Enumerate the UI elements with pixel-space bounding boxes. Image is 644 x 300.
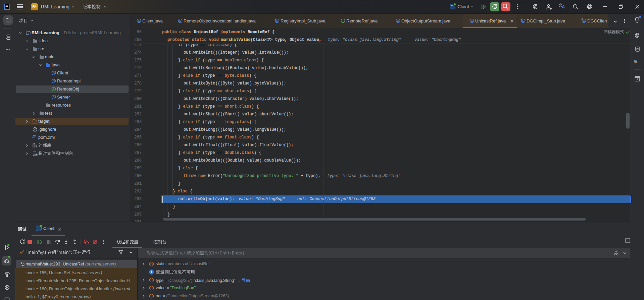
svg-text:p: p: [151, 279, 152, 282]
svg-text:S: S: [150, 262, 152, 266]
svg-text:p: p: [151, 295, 152, 298]
svg-text:C: C: [53, 79, 55, 83]
svg-text:I: I: [53, 87, 54, 91]
svg-text:p: p: [151, 287, 152, 290]
svg-text:A: A: [636, 78, 638, 81]
